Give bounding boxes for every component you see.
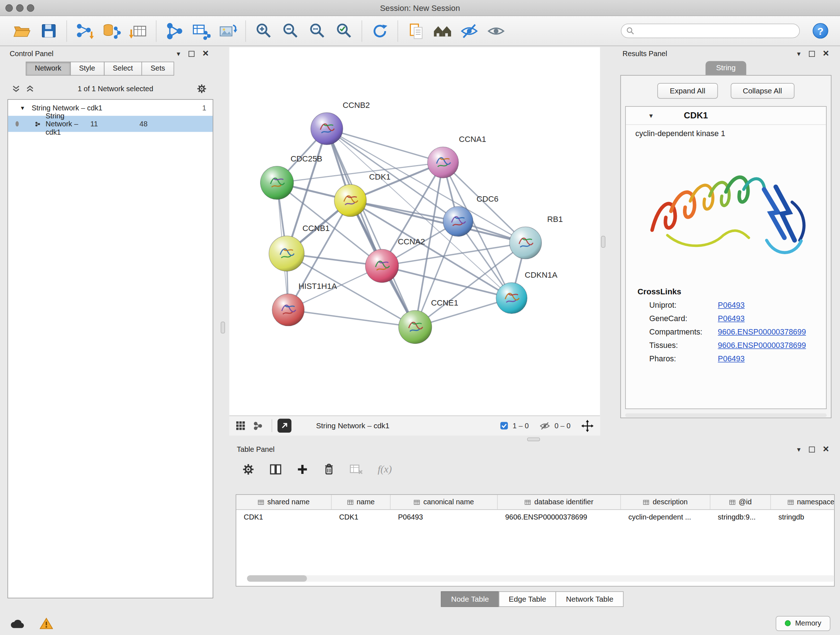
- export-image-button[interactable]: [214, 19, 241, 43]
- cell-shared-name[interactable]: CDK1: [236, 510, 332, 524]
- zoom-selected-button[interactable]: [331, 19, 357, 43]
- section-collapse-icon[interactable]: ▾: [649, 112, 653, 119]
- network-node-CDC25B[interactable]: [261, 166, 294, 200]
- new-network-from-table-button[interactable]: [187, 19, 214, 43]
- network-node-CDC6[interactable]: [443, 206, 473, 236]
- close-window-button[interactable]: [5, 4, 13, 12]
- network-node-CCNA2[interactable]: [365, 249, 399, 283]
- panel-menu-icon[interactable]: ▾: [797, 446, 801, 453]
- cell-database-identifier[interactable]: 9606.ENSP00000378699: [498, 510, 621, 524]
- pan-crosshair-icon[interactable]: [581, 420, 594, 432]
- zoom-out-button[interactable]: [277, 19, 304, 43]
- column-header[interactable]: namespace: [771, 495, 835, 509]
- expand-all-icon[interactable]: [12, 84, 21, 92]
- search-input[interactable]: [634, 25, 799, 37]
- float-panel-icon[interactable]: [809, 51, 815, 57]
- cell-id[interactable]: stringdb:9...: [711, 510, 771, 524]
- network-type-button[interactable]: [253, 421, 263, 431]
- table-settings-gear-icon[interactable]: [242, 463, 254, 475]
- close-panel-icon[interactable]: ✕: [202, 49, 209, 59]
- delete-column-icon[interactable]: [323, 463, 335, 476]
- crosslink-link[interactable]: P06493: [718, 301, 745, 309]
- cloud-status-button[interactable]: [10, 617, 25, 629]
- toggle-hidden-button[interactable]: [456, 19, 483, 43]
- minimize-window-button[interactable]: [16, 4, 24, 12]
- gear-icon[interactable]: [196, 83, 207, 93]
- column-header[interactable]: canonical name: [391, 495, 498, 509]
- open-external-button[interactable]: [278, 419, 292, 433]
- network-node-CCNE1[interactable]: [399, 310, 432, 344]
- zoom-in-button[interactable]: [250, 19, 277, 43]
- network-edge[interactable]: [327, 128, 415, 327]
- network-edge[interactable]: [288, 310, 415, 327]
- crosslink-link[interactable]: P06493: [718, 354, 745, 363]
- float-panel-icon[interactable]: [809, 447, 815, 452]
- cell-canonical-name[interactable]: P06493: [391, 510, 498, 524]
- scrollbar-thumb[interactable]: [247, 575, 307, 582]
- network-node-CDK1[interactable]: [334, 184, 366, 217]
- network-collection-row[interactable]: ▾ String Network – cdk1 1: [8, 100, 213, 116]
- function-builder-button[interactable]: f(x): [378, 463, 392, 475]
- birdseye-button[interactable]: [236, 421, 246, 431]
- column-header[interactable]: database identifier: [498, 495, 621, 509]
- close-panel-icon[interactable]: ✕: [823, 445, 829, 454]
- string-home-button[interactable]: [429, 19, 456, 43]
- gene-section-header[interactable]: ▾ CDK1: [626, 107, 826, 125]
- crosslink-link[interactable]: P06493: [718, 314, 745, 323]
- network-node-CCNB2[interactable]: [311, 112, 343, 145]
- crosslink-link[interactable]: 9606.ENSP00000378699: [718, 340, 806, 349]
- tab-node-table[interactable]: Node Table: [441, 591, 499, 607]
- results-scrollbar[interactable]: [625, 413, 827, 417]
- bottom-splitter-handle[interactable]: [527, 437, 540, 441]
- collapse-all-icon[interactable]: [26, 84, 34, 92]
- add-column-icon[interactable]: [297, 463, 308, 475]
- selected-checkbox-icon[interactable]: [500, 421, 508, 430]
- tab-style[interactable]: Style: [70, 62, 104, 76]
- new-network-button[interactable]: [161, 19, 187, 43]
- help-button[interactable]: ?: [813, 23, 828, 39]
- right-splitter-handle[interactable]: [601, 236, 606, 248]
- network-node-RB1[interactable]: [509, 226, 542, 259]
- tab-sets[interactable]: Sets: [141, 62, 174, 76]
- import-network-file-button[interactable]: [71, 19, 98, 43]
- column-header[interactable]: shared name: [236, 495, 332, 509]
- collapse-all-button[interactable]: Collapse All: [730, 83, 794, 99]
- cell-namespace[interactable]: stringdb: [771, 510, 835, 524]
- tab-select[interactable]: Select: [104, 62, 142, 76]
- string-results-tab[interactable]: String: [706, 61, 746, 75]
- network-node-CDKN1A[interactable]: [496, 282, 527, 314]
- show-columns-icon[interactable]: [270, 463, 282, 475]
- hidden-eye-slash-icon[interactable]: [539, 422, 550, 430]
- tree-expander-icon[interactable]: ▾: [21, 104, 24, 111]
- open-session-button[interactable]: [9, 19, 35, 43]
- column-header[interactable]: description: [621, 495, 710, 509]
- crosslink-link[interactable]: 9606.ENSP00000378699: [718, 327, 806, 336]
- cell-description[interactable]: cyclin-dependent ...: [621, 510, 710, 524]
- tab-network-table[interactable]: Network Table: [556, 591, 623, 607]
- import-network-database-button[interactable]: [98, 19, 125, 43]
- network-view[interactable]: CCNB2CCNA1CDC25BCDK1CDC6RB1CCNB1CCNA2CDK…: [229, 47, 600, 435]
- tab-network[interactable]: Network: [26, 62, 71, 76]
- preview-button[interactable]: [483, 19, 509, 43]
- table-row[interactable]: CDK1 CDK1 P06493 9606.ENSP00000378699 cy…: [236, 510, 834, 524]
- expand-all-button[interactable]: Expand All: [658, 83, 718, 99]
- column-header[interactable]: name: [332, 495, 391, 509]
- annotation-document-button[interactable]: [402, 19, 429, 43]
- import-table-button[interactable]: [125, 19, 152, 43]
- network-edge[interactable]: [327, 128, 443, 162]
- apply-layout-button[interactable]: [366, 19, 393, 43]
- save-session-button[interactable]: [35, 19, 62, 43]
- left-splitter-handle[interactable]: [221, 322, 225, 334]
- network-node-HIST1H1A[interactable]: [272, 294, 304, 326]
- memory-button[interactable]: Memory: [776, 616, 831, 631]
- panel-menu-icon[interactable]: ▾: [177, 50, 180, 57]
- column-header[interactable]: @id: [711, 495, 771, 509]
- table-horizontal-scrollbar[interactable]: [247, 575, 835, 582]
- zoom-window-button[interactable]: [27, 4, 34, 12]
- network-row-selected[interactable]: String Network – cdk1 11 48: [8, 116, 213, 132]
- float-panel-icon[interactable]: [189, 51, 195, 57]
- close-panel-icon[interactable]: ✕: [823, 49, 829, 59]
- panel-menu-icon[interactable]: ▾: [797, 50, 801, 57]
- warnings-button[interactable]: [40, 617, 53, 630]
- tab-edge-table[interactable]: Edge Table: [499, 591, 556, 607]
